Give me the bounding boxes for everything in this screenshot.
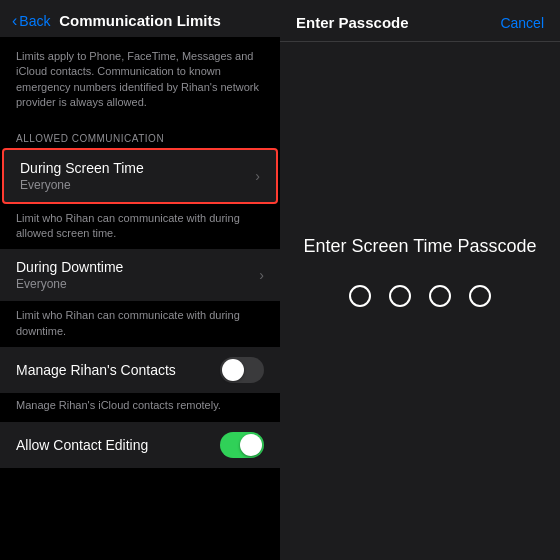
during-downtime-desc: Limit who Rihan can communicate with dur… (0, 302, 280, 347)
description-text: Limits apply to Phone, FaceTime, Message… (0, 37, 280, 121)
nav-bar: ‹ Back Communication Limits (0, 0, 280, 37)
during-downtime-content: During Downtime Everyone (16, 259, 123, 291)
toggle-knob-editing (240, 434, 262, 456)
during-screen-time-content: During Screen Time Everyone (20, 160, 144, 192)
passcode-dot-1 (349, 285, 371, 307)
manage-contacts-toggle[interactable] (220, 357, 264, 383)
back-label: Back (19, 13, 50, 29)
scroll-area: Limits apply to Phone, FaceTime, Message… (0, 37, 280, 560)
passcode-nav: Enter Passcode Cancel (280, 0, 560, 41)
during-screen-time-subtitle: Everyone (20, 178, 144, 192)
left-panel: ‹ Back Communication Limits Limits apply… (0, 0, 280, 560)
manage-contacts-desc: Manage Rihan's iCloud contacts remotely. (0, 394, 280, 421)
toggle-knob (222, 359, 244, 381)
right-panel: Enter Passcode Cancel Enter Screen Time … (280, 0, 560, 560)
page-title: Communication Limits (59, 12, 221, 29)
manage-contacts-item: Manage Rihan's Contacts (0, 347, 280, 393)
during-downtime-title: During Downtime (16, 259, 123, 275)
passcode-dot-3 (429, 285, 451, 307)
allow-contact-editing-item: Allow Contact Editing (0, 422, 280, 468)
passcode-dot-4 (469, 285, 491, 307)
section-header: ALLOWED COMMUNICATION (0, 121, 280, 148)
during-screen-time-item[interactable]: During Screen Time Everyone › (2, 148, 278, 204)
during-screen-time-row: During Screen Time Everyone › (20, 160, 260, 192)
during-downtime-subtitle: Everyone (16, 277, 123, 291)
during-downtime-row: During Downtime Everyone › (16, 259, 264, 291)
cancel-button[interactable]: Cancel (500, 15, 544, 31)
passcode-prompt: Enter Screen Time Passcode (303, 236, 536, 257)
during-screen-time-desc: Limit who Rihan can communicate with dur… (0, 205, 280, 250)
allow-contact-editing-toggle[interactable] (220, 432, 264, 458)
back-chevron-icon: ‹ (12, 12, 17, 30)
passcode-nav-title: Enter Passcode (296, 14, 409, 31)
manage-contacts-label: Manage Rihan's Contacts (16, 362, 176, 378)
passcode-dots (349, 285, 491, 307)
passcode-content: Enter Screen Time Passcode (280, 42, 560, 560)
chevron-icon-downtime: › (259, 267, 264, 283)
passcode-dot-2 (389, 285, 411, 307)
during-screen-time-title: During Screen Time (20, 160, 144, 176)
back-button[interactable]: ‹ Back (12, 12, 50, 30)
during-downtime-item[interactable]: During Downtime Everyone › (0, 249, 280, 301)
allow-contact-editing-label: Allow Contact Editing (16, 437, 148, 453)
chevron-icon: › (255, 168, 260, 184)
